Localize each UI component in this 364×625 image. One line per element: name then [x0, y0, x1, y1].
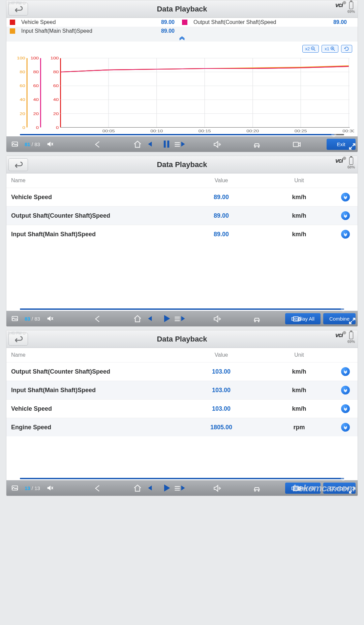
expand-row-button[interactable] [341, 423, 350, 432]
row-value: 89.00 [182, 194, 260, 201]
playback-bar: 81 / 83 Exit [6, 136, 358, 152]
titlebar: 1:47 PM Data Playback vci 69% [6, 0, 358, 18]
skip-forward-icon[interactable] [180, 484, 187, 492]
mute-icon[interactable] [46, 484, 54, 492]
back-icon [14, 6, 23, 12]
nav-car-icon[interactable] [252, 315, 261, 323]
row-name: Input Shaft(Main Shaft)Speed [11, 387, 182, 394]
display-all-button[interactable]: Display All [285, 313, 321, 324]
vci-label: vci [335, 157, 346, 164]
nav-home-icon[interactable] [133, 315, 142, 323]
zoom-in-button[interactable]: x1 [322, 45, 338, 53]
row-name: Engine Speed [11, 424, 182, 431]
row-value: 89.00 [182, 212, 260, 219]
vci-label: vci [335, 2, 346, 9]
row-unit: km/h [260, 231, 338, 238]
svg-text:20: 20 [33, 111, 39, 116]
row-unit: km/h [260, 194, 338, 201]
svg-text:60: 60 [33, 84, 39, 88]
battery-indicator: 68% [347, 157, 355, 169]
expand-row-button[interactable] [341, 404, 350, 413]
table-row: Output Shaft(Counter Shaft)Speed89.00km/… [6, 206, 358, 225]
table-row: Output Shaft(Counter Shaft)Speed103.00km… [6, 362, 358, 381]
back-button[interactable] [8, 158, 28, 171]
chart-legend: Vehicle Speed 89.00 Output Shaft(Counter… [6, 18, 358, 35]
svg-text:80: 80 [33, 70, 39, 74]
legend-item: Vehicle Speed 89.00 [10, 19, 182, 25]
table-body: Output Shaft(Counter Shaft)Speed103.00km… [6, 362, 358, 436]
nav-car-icon[interactable] [252, 484, 261, 493]
svg-text:00:10: 00:10 [150, 129, 163, 133]
titlebar: Data Playback vci68% [6, 156, 358, 173]
battery-indicator: 69% [347, 332, 355, 344]
table-row: Input Shaft(Main Shaft)Speed89.00km/h [6, 225, 358, 243]
expand-row-button[interactable] [341, 230, 350, 239]
mute-icon[interactable] [46, 140, 54, 148]
line-chart[interactable]: 100806040200 100806040200 100806040200 [10, 55, 354, 134]
seek-slider[interactable] [20, 477, 344, 480]
svg-text:0: 0 [22, 125, 25, 130]
expand-row-button[interactable] [341, 367, 350, 376]
expand-icon[interactable] [348, 317, 356, 325]
nav-car-icon[interactable] [252, 140, 261, 149]
nav-record-icon[interactable] [292, 140, 301, 149]
status-time: 1:45 PM [8, 331, 25, 335]
nav-back-icon[interactable] [93, 140, 102, 149]
skip-back-icon[interactable] [146, 140, 153, 148]
row-name: Vehicle Speed [11, 405, 182, 412]
seek-slider[interactable] [20, 307, 344, 311]
battery-indicator: 69% [347, 2, 355, 13]
nav-volume-icon[interactable] [213, 484, 221, 493]
table-header: Name Value Unit [6, 173, 358, 188]
page-title: Data Playback [6, 160, 358, 169]
gallery-icon[interactable] [11, 484, 19, 492]
expand-row-button[interactable] [341, 193, 350, 201]
watermark: bekomcar.com [293, 483, 355, 494]
svg-rect-44 [168, 141, 170, 148]
play-icon[interactable] [162, 483, 171, 493]
svg-text:40: 40 [53, 98, 59, 102]
zoom-out-button[interactable]: x2 [302, 45, 319, 53]
page-title: Data Playback [6, 335, 358, 344]
collapse-legend-button[interactable] [6, 35, 358, 42]
svg-text:00:20: 00:20 [246, 129, 259, 133]
row-value: 1805.00 [182, 424, 260, 431]
nav-home-icon[interactable] [133, 140, 142, 149]
mute-icon[interactable] [46, 315, 54, 322]
legend-item: Output Shaft(Counter Shaft)Speed 89.00 [182, 19, 354, 25]
chart-area: x2 x1 100806040200 100806040200 10080604… [6, 42, 358, 136]
skip-back-icon[interactable] [146, 315, 153, 322]
svg-text:20: 20 [20, 111, 25, 116]
seek-slider[interactable] [20, 133, 344, 136]
skip-forward-icon[interactable] [180, 140, 187, 148]
refresh-button[interactable] [341, 45, 352, 53]
skip-forward-icon[interactable] [180, 315, 187, 322]
svg-text:40: 40 [20, 98, 25, 102]
nav-back-icon[interactable] [93, 315, 102, 323]
nav-home-icon[interactable] [133, 484, 142, 493]
play-icon[interactable] [162, 314, 171, 323]
svg-text:00:15: 00:15 [199, 129, 211, 133]
table-row: Vehicle Speed89.00km/h [6, 188, 358, 206]
skip-back-icon[interactable] [146, 484, 153, 492]
table-row: Vehicle Speed103.00km/h [6, 399, 358, 418]
panel-chart: 1:47 PM Data Playback vci 69% Vehicle Sp… [6, 0, 358, 152]
expand-row-button[interactable] [341, 211, 350, 220]
expand-icon[interactable] [348, 142, 356, 151]
gallery-icon[interactable] [11, 140, 19, 148]
svg-text:60: 60 [20, 84, 25, 88]
svg-text:0: 0 [36, 125, 39, 130]
svg-text:60: 60 [53, 84, 59, 88]
row-unit: km/h [260, 387, 338, 394]
nav-back-icon[interactable] [93, 484, 102, 493]
svg-text:80: 80 [20, 70, 25, 74]
gallery-icon[interactable] [11, 315, 19, 322]
nav-volume-icon[interactable] [213, 315, 221, 323]
panel-table-1: Data Playback vci68% Name Value Unit Veh… [6, 156, 358, 327]
pause-icon[interactable] [162, 139, 171, 149]
svg-text:100: 100 [51, 56, 59, 60]
expand-row-button[interactable] [341, 386, 350, 395]
frame-counter: 81 / 83 [25, 141, 40, 147]
nav-volume-icon[interactable] [213, 140, 221, 149]
row-value: 89.00 [182, 231, 260, 238]
